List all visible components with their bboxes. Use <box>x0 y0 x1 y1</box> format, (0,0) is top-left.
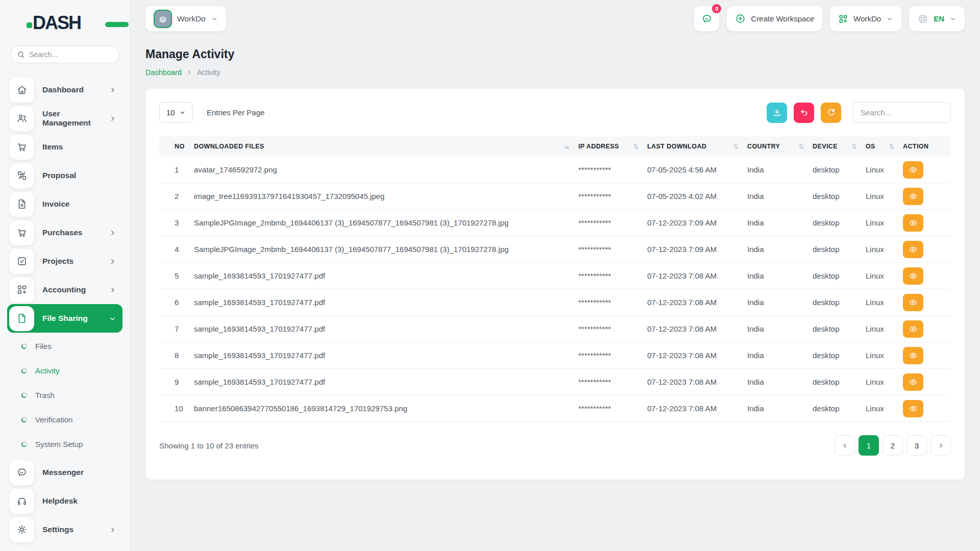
chevron-left-icon <box>842 442 848 449</box>
cell-os: Linux <box>866 165 903 174</box>
sidebar-item-helpdesk[interactable]: Helpdesk <box>7 487 122 515</box>
pagination-page-3[interactable]: 3 <box>906 435 927 456</box>
sort-icon[interactable] <box>798 143 804 149</box>
undo-button[interactable] <box>794 103 814 123</box>
view-activity-button[interactable] <box>903 373 923 391</box>
chevron-right-icon <box>186 69 192 76</box>
submenu-item-verification[interactable]: Verification <box>7 407 122 432</box>
language-selector[interactable]: EN <box>909 6 965 31</box>
export-download-button[interactable] <box>767 103 787 123</box>
chat-bubble-icon <box>9 460 34 485</box>
undo-icon <box>799 108 809 117</box>
eye-icon <box>909 351 918 360</box>
sort-icon[interactable] <box>633 143 639 149</box>
table-row: 3 SampleJPGImage_2mbmb_1694406137 (3)_16… <box>159 210 951 236</box>
submenu-item-activity[interactable]: Activity <box>7 358 122 383</box>
cell-device: desktop <box>813 245 866 254</box>
sort-icon[interactable] <box>733 143 739 149</box>
sidebar-item-settings[interactable]: Settings <box>7 515 122 544</box>
cell-os: Linux <box>866 324 903 333</box>
sidebar-item-items[interactable]: Items <box>7 133 122 161</box>
users-icon <box>9 106 34 131</box>
sidebar-item-messenger[interactable]: Messenger <box>7 458 122 487</box>
eye-icon <box>909 165 918 174</box>
cell-no: 6 <box>159 298 194 307</box>
cell-os: Linux <box>866 351 903 360</box>
table-controls: 10 Entries Per Page <box>159 102 951 123</box>
logo-accent-bar <box>105 22 129 27</box>
pagination-prev-button[interactable] <box>835 435 855 456</box>
sidebar-item-accounting[interactable]: Accounting <box>7 276 122 304</box>
view-activity-button[interactable] <box>903 161 923 179</box>
workspace-avatar <box>154 10 172 28</box>
sidebar-item-purchases[interactable]: Purchases <box>7 218 122 247</box>
column-header-country[interactable]: COUNTRY <box>747 143 813 150</box>
sidebar-item-proposal[interactable]: Proposal <box>7 161 122 190</box>
submenu-item-files[interactable]: Files <box>7 334 122 358</box>
sidebar-item-label: User Management <box>42 109 101 128</box>
column-header-last-download[interactable]: LAST DOWNLOAD <box>647 143 747 150</box>
column-header-downloaded-files[interactable]: DOWNLOADED FILES <box>194 143 578 150</box>
sort-icon[interactable] <box>564 143 570 149</box>
swap-boxes-icon <box>9 163 34 188</box>
chevron-down-icon <box>949 15 957 22</box>
sidebar-item-label: Helpdesk <box>42 496 116 506</box>
pagination-page-1[interactable]: 1 <box>859 435 879 456</box>
sidebar-item-projects[interactable]: Projects <box>7 247 122 276</box>
cell-file: sample_1693814593_1701927477.pdf <box>194 378 578 386</box>
refresh-button[interactable] <box>821 103 841 123</box>
breadcrumb-dashboard-link[interactable]: Dashboard <box>145 68 182 77</box>
entries-per-page-select[interactable]: 10 <box>159 102 193 123</box>
pagination-next-button[interactable] <box>930 435 951 456</box>
sidebar-item-user-management[interactable]: User Management <box>7 104 122 133</box>
sidebar-item-invoice[interactable]: Invoice <box>7 190 122 218</box>
submenu-item-label: Trash <box>35 391 55 399</box>
cell-device: desktop <box>813 324 866 333</box>
cell-ip: *********** <box>578 378 647 386</box>
app-logo[interactable]: DASH <box>0 11 130 35</box>
cell-device: desktop <box>813 351 866 360</box>
cell-device: desktop <box>813 271 866 280</box>
cell-device: desktop <box>813 192 866 201</box>
submenu-item-trash[interactable]: Trash <box>7 383 122 407</box>
workspace-selector[interactable]: WorkDo <box>145 6 226 31</box>
sidebar-item-label: Accounting <box>42 285 101 294</box>
cell-no: 5 <box>159 271 194 280</box>
column-header-os[interactable]: OS <box>866 143 903 150</box>
cell-file: sample_1693814593_1701927477.pdf <box>194 351 578 360</box>
sidebar-search[interactable] <box>10 46 119 63</box>
view-activity-button[interactable] <box>903 400 923 417</box>
table-footer: Showing 1 to 10 of 23 entries 1 2 3 <box>159 435 951 456</box>
cell-os: Linux <box>866 192 903 201</box>
view-activity-button[interactable] <box>903 347 923 364</box>
sidebar-item-dashboard[interactable]: Dashboard <box>7 76 122 104</box>
sidebar-search-input[interactable] <box>29 51 106 59</box>
view-activity-button[interactable] <box>903 294 923 311</box>
cell-no: 7 <box>159 324 194 333</box>
view-activity-button[interactable] <box>903 267 923 285</box>
sort-icon[interactable] <box>889 143 895 149</box>
gear-icon <box>9 517 34 542</box>
column-header-ip-address[interactable]: IP ADDRESS <box>578 143 647 150</box>
cell-file: sample_1693814593_1701927477.pdf <box>194 324 578 333</box>
table-row: 10 banner1650863942770550186_1693814729_… <box>159 395 951 422</box>
view-activity-button[interactable] <box>903 241 923 258</box>
cell-no: 8 <box>159 351 194 360</box>
messages-button[interactable]: 0 <box>694 6 719 31</box>
bullet-icon <box>21 392 27 398</box>
workspace-switcher[interactable]: WorkDo <box>830 6 901 31</box>
submenu-item-system-setup[interactable]: System Setup <box>7 432 122 456</box>
globe-icon <box>917 13 928 24</box>
sidebar-item-file-sharing[interactable]: File Sharing <box>7 304 122 333</box>
view-activity-button[interactable] <box>903 214 923 232</box>
create-workspace-button[interactable]: Create Workspace <box>727 6 822 31</box>
activity-table: NO DOWNLOADED FILES IP ADDRESS LAST DOWN… <box>159 136 951 422</box>
column-header-device[interactable]: DEVICE <box>813 143 866 150</box>
headphones-icon <box>9 489 34 514</box>
view-activity-button[interactable] <box>903 188 923 205</box>
sidebar-item-label: Invoice <box>42 199 116 209</box>
pagination-page-2[interactable]: 2 <box>883 435 903 456</box>
table-search-input[interactable] <box>853 102 951 123</box>
view-activity-button[interactable] <box>903 320 923 338</box>
sort-icon[interactable] <box>851 143 857 149</box>
